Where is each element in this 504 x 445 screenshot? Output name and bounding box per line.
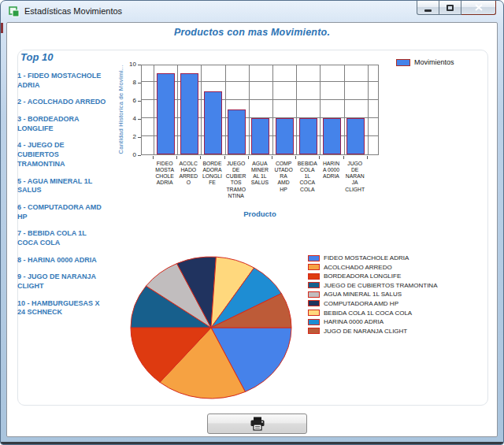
list-item: 7 - BEBIDA COLA 1L COCA COLA	[17, 229, 107, 247]
bar-legend-swatch	[396, 59, 410, 66]
window-title: Estadísticas Movimientos	[24, 6, 122, 17]
minimize-button[interactable]	[417, 1, 439, 15]
list-item: 9 - JUGO DE NARANJA CLIGHT	[17, 273, 107, 291]
legend-swatch	[308, 282, 320, 288]
list-item: 4 - JUEGO DE CUBIERTOS TRAMONTINA	[17, 141, 107, 169]
legend-label: ACOLCHADO ARREDO	[324, 264, 392, 271]
bar	[323, 118, 341, 154]
list-item: 1 - FIDEO MOSTACHOLE ADRIA	[17, 72, 107, 90]
bar	[251, 118, 269, 154]
legend-swatch	[308, 255, 320, 261]
legend-swatch	[308, 328, 320, 334]
bar	[276, 118, 294, 154]
pie-legend: FIDEO MOSTACHOLE ADRIAACOLCHADO ARREDOBO…	[308, 254, 437, 336]
legend-label: FIDEO MOSTACHOLE ADRIA	[324, 254, 409, 261]
legend-swatch	[308, 300, 320, 306]
legend-label: HARINA 0000 ADRIA	[324, 318, 384, 325]
content-panel: Productos con mas Movimiento. Top 10 1 -…	[6, 22, 498, 437]
legend-item: JUEGO DE CUBIERTOS TRAMONTINA	[308, 282, 437, 289]
print-button[interactable]	[207, 413, 307, 434]
bar-legend-label: Movimientos	[414, 58, 454, 66]
maximize-button[interactable]	[439, 1, 461, 15]
list-item: 2 - ACOLCHADO ARREDO	[17, 98, 107, 107]
maximize-icon	[447, 5, 454, 11]
legend-item: BEBIDA COLA 1L COCA COLA	[308, 310, 437, 317]
bar-y-axis-label: Cantidad Historica de Movimi...	[117, 64, 124, 155]
minimize-icon	[424, 9, 432, 12]
legend-label: JUGO DE NARANJA CLIGHT	[324, 328, 407, 335]
bar-legend: Movimientos	[396, 58, 454, 66]
close-button[interactable]	[461, 1, 496, 15]
bar	[204, 91, 222, 155]
legend-item: JUGO DE NARANJA CLIGHT	[308, 328, 437, 335]
close-icon	[475, 4, 483, 11]
caption-buttons	[417, 1, 496, 15]
title-bar[interactable]: Estadísticas Movimientos	[1, 1, 503, 22]
list-item: 3 - BORDEADORA LONGLIFE	[17, 115, 107, 133]
legend-item: AGUA MINERAL 1L SALUS	[308, 291, 437, 298]
app-icon	[9, 6, 20, 17]
legend-label: BORDEADORA LONGLIFE	[324, 273, 401, 280]
list-item: 6 - COMPUTADORA AMD HP	[17, 203, 107, 221]
bar	[346, 118, 365, 154]
app-window: Estadísticas Movimientos Productos con m…	[0, 0, 504, 445]
legend-item: ACOLCHADO ARREDO	[308, 264, 437, 271]
legend-item: FIDEO MOSTACHOLE ADRIA	[308, 254, 437, 261]
bar	[157, 73, 175, 155]
legend-swatch	[308, 264, 320, 270]
bar	[180, 73, 198, 155]
list-item: 5 - AGUA MINERAL 1L SALUS	[17, 177, 107, 195]
legend-swatch	[308, 291, 320, 298]
legend-item: COMPUTADORA AMD HP	[308, 300, 437, 307]
legend-swatch	[308, 319, 320, 325]
legend-label: JUEGO DE CUBIERTOS TRAMONTINA	[324, 282, 437, 289]
page-title: Productos con mas Movimiento.	[7, 27, 497, 38]
bar-plot	[141, 65, 379, 155]
printer-icon	[249, 417, 266, 431]
legend-item: BORDEADORA LONGLIFE	[308, 273, 437, 280]
legend-swatch	[308, 310, 320, 316]
screen-artifact	[1, 23, 3, 33]
top10-list: 1 - FIDEO MOSTACHOLE ADRIA2 - ACOLCHADO …	[17, 72, 107, 325]
legend-swatch	[308, 273, 320, 280]
list-item: 10 - HAMBURGUESAS X 24 SCHNECK	[17, 299, 107, 317]
bar-x-axis-label: Producto	[141, 210, 379, 218]
legend-item: HARINA 0000 ADRIA	[308, 318, 437, 325]
bar	[299, 118, 317, 154]
list-item: 8 - HARINA 0000 ADRIA	[17, 256, 107, 265]
legend-label: COMPUTADORA AMD HP	[324, 300, 398, 307]
bar	[228, 109, 246, 155]
legend-label: BEBIDA COLA 1L COCA COLA	[324, 310, 412, 317]
legend-label: AGUA MINERAL 1L SALUS	[324, 291, 402, 298]
top10-heading: Top 10	[20, 51, 53, 63]
pie-chart	[126, 252, 296, 403]
